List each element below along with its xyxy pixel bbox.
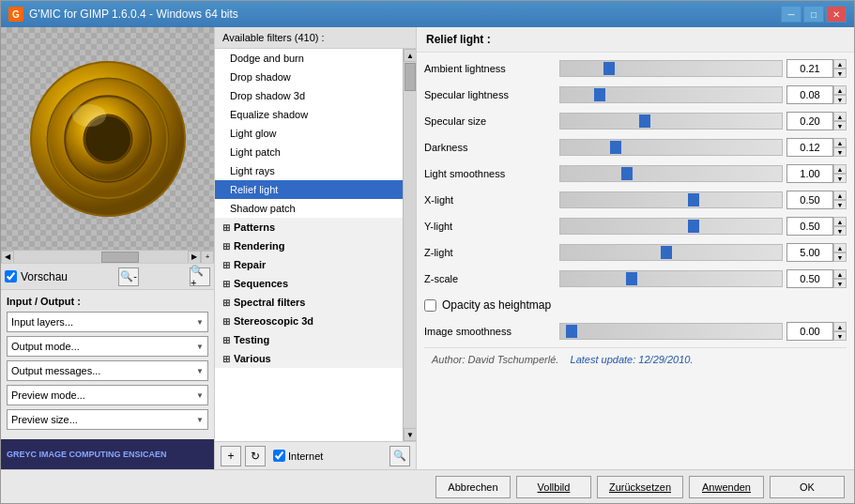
slider-ambient-lightness[interactable] (559, 60, 783, 77)
scroll-thumb-h[interactable] (101, 252, 139, 263)
spin-up-6[interactable]: ▲ (833, 217, 847, 226)
scroll-right-button[interactable]: ▶ (188, 251, 201, 264)
internet-checkbox[interactable] (273, 450, 285, 462)
spin-down-5[interactable]: ▼ (833, 200, 847, 209)
spin-up-3[interactable]: ▲ (833, 138, 847, 147)
filter-group-stereo[interactable]: ⊞ Stereoscopic 3d (215, 312, 403, 330)
add-filter-button[interactable]: + (221, 446, 241, 466)
opacity-heightmap-checkbox[interactable] (424, 299, 436, 312)
slider-light-smoothness[interactable] (559, 165, 783, 182)
apply-button[interactable]: Anwenden (689, 476, 764, 498)
slider-specular-lightness[interactable] (559, 86, 783, 103)
filter-item-equalize-shadow[interactable]: Equalize shadow (215, 105, 403, 124)
spin-down-7[interactable]: ▼ (833, 252, 847, 262)
filter-item-light-patch[interactable]: Light patch (215, 143, 403, 161)
scrollbar-track-h[interactable] (14, 251, 188, 263)
filter-item-drop-shadow[interactable]: Drop shadow (215, 68, 403, 86)
slider-darkness[interactable] (559, 139, 783, 156)
spin-down-image-smoothness[interactable]: ▼ (833, 331, 847, 341)
search-button[interactable]: 🔍 (389, 446, 410, 466)
filter-group-patterns[interactable]: ⊞ Patterns (215, 218, 403, 237)
zoom-out-button[interactable]: 🔍- (118, 267, 139, 286)
param-value-4[interactable]: 1.00 (786, 164, 833, 183)
spin-down-3[interactable]: ▼ (833, 147, 847, 157)
spin-up-1[interactable]: ▲ (833, 85, 847, 95)
filter-group-various[interactable]: ⊞ Various (215, 349, 403, 368)
slider-z-light[interactable] (559, 244, 783, 261)
spin-up-5[interactable]: ▲ (833, 191, 847, 200)
vertical-scrollbar-filters[interactable]: ▲ ▼ (403, 49, 416, 441)
filters-list[interactable]: Dodge and burn Drop shadow Drop shadow 3… (215, 49, 403, 441)
param-value-0[interactable]: 0.21 (786, 59, 833, 78)
slider-thumb-5[interactable] (688, 193, 699, 206)
close-button[interactable]: ✕ (826, 6, 847, 23)
slider-image-smoothness[interactable] (559, 323, 783, 340)
slider-thumb-0[interactable] (603, 62, 615, 75)
horizontal-scrollbar[interactable]: ◀ ▶ + (1, 250, 214, 263)
spin-up-4[interactable]: ▲ (833, 164, 847, 174)
slider-thumb-image-smoothness[interactable] (566, 325, 577, 338)
filter-item-light-glow[interactable]: Light glow (215, 124, 403, 143)
scroll-down-button[interactable]: ▼ (404, 428, 416, 441)
minimize-button[interactable]: ─ (781, 6, 802, 23)
preview-mode-dropdown[interactable]: Preview mode... ▼ (7, 385, 208, 405)
preview-size-dropdown[interactable]: Preview size... ▼ (7, 409, 208, 430)
slider-x-light[interactable] (559, 191, 783, 208)
scroll-up-button[interactable]: ▲ (404, 49, 416, 62)
zoom-in-button[interactable]: 🔍+ (190, 267, 210, 286)
spin-down-2[interactable]: ▼ (833, 121, 847, 130)
filter-item-relief-light[interactable]: Relief light (215, 180, 403, 199)
output-mode-dropdown[interactable]: Output mode... ▼ (7, 336, 208, 357)
filter-group-testing[interactable]: ⊞ Testing (215, 330, 403, 349)
slider-thumb-3[interactable] (610, 141, 621, 154)
internet-checkbox-container[interactable]: Internet (273, 450, 323, 462)
param-value-8[interactable]: 0.50 (786, 269, 833, 288)
spin-up-image-smoothness[interactable]: ▲ (833, 322, 847, 331)
param-value-3[interactable]: 0.12 (786, 138, 833, 157)
slider-thumb-2[interactable] (639, 115, 650, 128)
spin-down-8[interactable]: ▼ (833, 279, 847, 288)
input-layers-dropdown[interactable]: Input layers... ▼ (7, 312, 208, 332)
spin-down-0[interactable]: ▼ (833, 69, 847, 78)
slider-thumb-1[interactable] (594, 88, 605, 101)
param-value-6[interactable]: 0.50 (786, 217, 833, 236)
filter-group-spectral[interactable]: ⊞ Spectral filters (215, 293, 403, 312)
filter-group-repair[interactable]: ⊞ Repair (215, 255, 403, 274)
filter-item-shadow-patch[interactable]: Shadow patch (215, 199, 403, 218)
reset-button[interactable]: Zurücksetzen (597, 476, 683, 498)
slider-thumb-4[interactable] (621, 167, 633, 180)
param-value-image-smoothness[interactable]: 0.00 (786, 322, 833, 341)
scroll-thumb-v[interactable] (405, 63, 416, 91)
spin-up-0[interactable]: ▲ (833, 59, 847, 69)
slider-thumb-7[interactable] (661, 246, 672, 259)
filter-group-rendering[interactable]: ⊞ Rendering (215, 237, 403, 255)
refresh-button[interactable]: ↻ (245, 446, 266, 466)
slider-specular-size[interactable] (559, 113, 783, 130)
filter-item-drop-shadow-3d[interactable]: Drop shadow 3d (215, 86, 403, 105)
slider-thumb-6[interactable] (688, 220, 699, 233)
filter-group-sequences[interactable]: ⊞ Sequences (215, 274, 403, 293)
slider-y-light[interactable] (559, 218, 783, 235)
ok-button[interactable]: OK (770, 476, 845, 498)
param-value-5[interactable]: 0.50 (786, 191, 833, 209)
filter-item-dodge-burn[interactable]: Dodge and burn (215, 49, 403, 68)
slider-z-scale[interactable] (559, 270, 783, 287)
spin-up-2[interactable]: ▲ (833, 112, 847, 121)
spin-down-6[interactable]: ▼ (833, 226, 847, 236)
spin-down-1[interactable]: ▼ (833, 95, 847, 104)
preview-checkbox-container[interactable]: Vorschau (5, 270, 68, 283)
output-messages-dropdown[interactable]: Output messages... ▼ (7, 360, 208, 381)
spin-up-7[interactable]: ▲ (833, 243, 847, 252)
scroll-left-button[interactable]: ◀ (1, 251, 14, 264)
param-value-7[interactable]: 5.00 (786, 243, 833, 262)
preview-checkbox[interactable] (5, 270, 17, 283)
spin-up-8[interactable]: ▲ (833, 269, 847, 279)
fullscreen-button[interactable]: Vollbild (516, 476, 591, 498)
spin-down-4[interactable]: ▼ (833, 174, 847, 183)
slider-thumb-8[interactable] (626, 272, 637, 285)
param-value-2[interactable]: 0.20 (786, 112, 833, 130)
filter-item-light-rays[interactable]: Light rays (215, 161, 403, 180)
abort-button[interactable]: Abbrechen (435, 476, 511, 498)
param-value-1[interactable]: 0.08 (786, 85, 833, 104)
add-view-button[interactable]: + (201, 251, 214, 264)
